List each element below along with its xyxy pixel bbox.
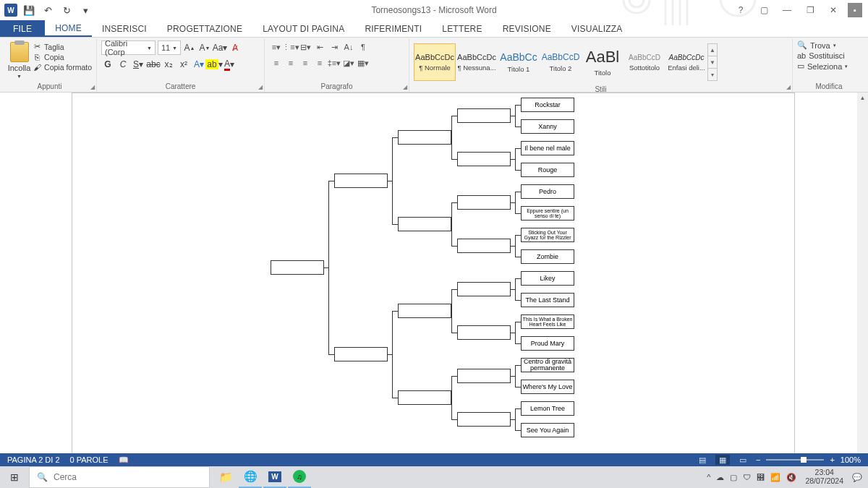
help-button[interactable]: ? [732,3,749,17]
tab-mailings[interactable]: LETTERE [432,20,492,37]
style-sottotitolo[interactable]: AaBbCcDSottotitolo [624,43,665,81]
tray-wifi-icon[interactable]: 📶 [770,473,780,482]
tray-onedrive-icon[interactable]: ☁ [716,473,724,482]
bracket-node[interactable] [398,130,451,145]
read-mode-button[interactable]: ▤ [695,455,710,465]
select-button[interactable]: ▭Seleziona▾ [797,61,848,71]
minimize-button[interactable]: — [778,3,796,17]
bracket-node[interactable] [457,412,511,427]
increase-indent-button[interactable]: ⇥ [327,40,341,53]
zoom-level[interactable]: 100% [841,455,861,464]
cut-button[interactable]: ✂Taglia [33,42,92,51]
format-painter-button[interactable]: 🖌Copia formato [33,62,92,72]
multilevel-list-button[interactable]: ⊟▾ [298,40,312,53]
bracket-node[interactable]: Where's My Love [521,380,574,394]
bracket-node[interactable]: Eppure sentire (un senso di te) [521,206,574,221]
font-launcher[interactable]: ◢ [258,84,263,90]
shading-button[interactable]: ◪▾ [341,56,356,69]
zoom-out-button[interactable]: − [756,455,760,464]
style-titolo[interactable]: AaBlTitolo [582,43,624,81]
start-button[interactable]: ⊞ [0,466,29,488]
bracket-node[interactable] [398,217,451,231]
superscript-button[interactable]: x² [177,58,190,71]
copy-button[interactable]: ⎘Copia [33,52,92,61]
qat-customize[interactable]: ▾ [78,3,93,17]
spotify-icon[interactable]: ♫ [288,466,311,488]
font-size-combo[interactable]: 11▼ [158,40,181,55]
close-button[interactable]: ✕ [825,3,842,17]
underline-button[interactable]: S▾ [132,58,145,71]
zoom-in-button[interactable]: + [830,455,834,464]
style-titolo2[interactable]: AaBbCcDTitolo 2 [540,43,582,81]
proofing-icon[interactable]: 📖 [119,455,129,465]
grow-font-button[interactable]: A▲ [183,41,196,54]
notifications-icon[interactable]: 💬 [852,473,862,482]
bracket-node[interactable]: The Last Stand [521,293,574,307]
bracket-node[interactable]: Rouge [521,163,574,177]
paragraph-launcher[interactable]: ◢ [403,84,407,90]
show-marks-button[interactable]: ¶ [356,40,370,53]
bracket-node[interactable]: Pedro [521,184,574,199]
style-nessuna[interactable]: AaBbCcDc¶ Nessuna... [456,43,498,81]
bracket-node[interactable] [398,304,451,318]
bracket-node[interactable] [457,152,511,166]
paste-button[interactable]: Incolla ▼ [7,40,31,79]
tray-volume-icon[interactable]: 🔇 [786,473,796,482]
tab-review[interactable]: REVISIONE [493,20,561,37]
bold-button[interactable]: G [101,58,114,71]
bullets-button[interactable]: ≡▾ [269,40,284,53]
bracket-node[interactable]: Zombie [521,249,574,264]
bracket-node[interactable] [457,195,511,210]
clear-formatting-button[interactable]: A̷ [229,41,242,54]
align-left-button[interactable]: ≡ [269,56,284,69]
bracket-node[interactable] [334,174,388,188]
font-color-button[interactable]: A▾ [223,58,236,71]
clipboard-launcher[interactable]: ◢ [90,84,95,90]
restore-button[interactable]: ❐ [801,3,819,17]
borders-button[interactable]: ▦▾ [356,56,370,69]
word-taskbar-icon[interactable]: W [263,466,286,488]
word-count[interactable]: 0 PAROLE [70,455,109,464]
bracket-node[interactable] [457,325,511,340]
bracket-node[interactable] [334,347,388,361]
text-effects-button[interactable]: A▾ [192,58,205,71]
tab-home[interactable]: HOME [45,20,92,37]
bracket-node[interactable]: Xanny [521,119,574,134]
strikethrough-button[interactable]: abc [147,58,160,71]
sort-button[interactable]: A↓ [341,40,356,53]
line-spacing-button[interactable]: ‡≡▾ [327,56,341,69]
highlight-button[interactable]: ab▾ [208,58,221,71]
decrease-indent-button[interactable]: ⇤ [312,40,327,53]
bracket-node[interactable]: See You Again [521,423,574,437]
replace-button[interactable]: abSostituisci [797,51,848,60]
tab-references[interactable]: RIFERIMENTI [354,20,432,37]
bracket-node[interactable]: Likey [521,271,574,286]
bracket-node[interactable]: Sticking Out Your Gyazz for the Rizzler [521,228,574,242]
redo-button[interactable]: ↻ [59,3,74,17]
tab-view[interactable]: VISUALIZZA [561,20,633,37]
save-button[interactable]: 💾 [22,3,36,17]
vertical-scrollbar[interactable]: ▲ [857,93,868,463]
file-explorer-icon[interactable]: 📁 [214,466,237,488]
bracket-node[interactable]: This Is What a Broken Heart Feels Like [521,314,574,329]
tray-chevron-icon[interactable]: ^ [707,473,710,481]
page-indicator[interactable]: PAGINA 2 DI 2 [7,455,60,464]
bracket-node[interactable]: Centro di gravità permanente [521,358,574,372]
tray-meet-icon[interactable]: ▢ [730,473,737,482]
web-layout-button[interactable]: ▭ [736,455,750,465]
zoom-slider[interactable] [766,459,824,461]
tab-file[interactable]: FILE [0,20,45,37]
taskbar-clock[interactable]: 23:04 28/07/2024 [802,468,846,485]
bracket-node[interactable]: Rockstar [521,98,574,112]
bracket-node[interactable] [457,239,511,253]
bracket-node[interactable]: Proud Mary [521,336,574,351]
justify-button[interactable]: ≡ [312,56,327,69]
italic-button[interactable]: C [116,58,129,71]
align-center-button[interactable]: ≡ [284,56,298,69]
style-titolo1[interactable]: AaBbCcTitolo 1 [498,43,540,81]
font-name-combo[interactable]: Calibri (Corp▼ [101,40,156,55]
undo-button[interactable]: ↶ [41,3,55,17]
shrink-font-button[interactable]: A▼ [198,41,211,54]
document-page[interactable]: RockstarXannyIl bene nel maleRougePedroE… [72,93,795,463]
taskbar-search[interactable]: 🔍Cerca [29,466,210,488]
